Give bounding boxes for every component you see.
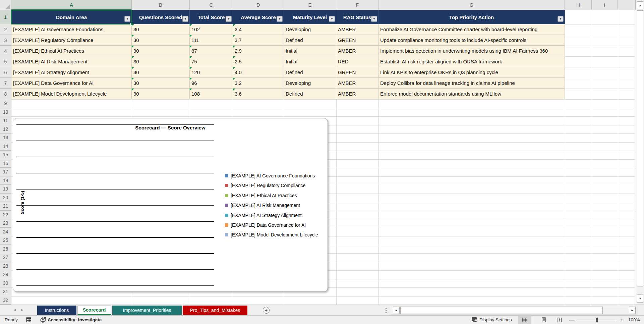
vertical-scrollbar-thumb[interactable] [637, 10, 643, 286]
scroll-down-icon[interactable]: ▼ [637, 294, 643, 303]
fill-handle[interactable] [130, 23, 133, 25]
cell-D7[interactable]: 3.2 [233, 78, 284, 89]
cell-G6[interactable]: Link AI KPIs to enterprise OKRs in Q3 pl… [378, 67, 565, 78]
accessibility-icon[interactable] [40, 317, 46, 324]
column-header-F[interactable]: F [336, 0, 378, 10]
select-all-button[interactable] [0, 0, 11, 10]
cell-C5[interactable]: 75 [190, 56, 233, 67]
column-header-I[interactable]: I [592, 0, 618, 10]
column-header-G[interactable]: G [378, 0, 565, 10]
macro-record-icon[interactable] [26, 317, 31, 323]
cell-A4[interactable]: [EXAMPLE] Ethical AI Practices [11, 46, 132, 56]
cell-F6[interactable]: GREEN [336, 67, 378, 78]
column-header-partial[interactable] [618, 0, 636, 10]
filter-dropdown-icon[interactable]: ▼ [558, 16, 564, 22]
vertical-scrollbar[interactable]: ▲ ▼ [636, 0, 644, 305]
row-header-18[interactable]: 18 [0, 176, 11, 185]
cell-D2[interactable]: 3.4 [233, 24, 284, 35]
column-header-H[interactable]: H [565, 0, 592, 10]
scroll-up-icon[interactable]: ▲ [637, 1, 643, 9]
legend-item[interactable]: [EXAMPLE] Regulatory Compliance [225, 182, 318, 189]
cell-D4[interactable]: 2.9 [233, 46, 284, 56]
cell-F8[interactable]: AMBER [336, 89, 378, 99]
cell-G3[interactable]: Update compliance monitoring tools to in… [378, 35, 565, 46]
row-header-21[interactable]: 21 [0, 202, 11, 211]
row-header-3[interactable]: 3 [0, 35, 11, 46]
row-header-13[interactable]: 13 [0, 133, 11, 142]
row-header-28[interactable]: 28 [0, 262, 11, 271]
filter-dropdown-icon[interactable]: ▼ [277, 16, 283, 22]
scrollbar-resize-handle[interactable] [386, 308, 387, 313]
row-header-1[interactable]: 1 [0, 10, 11, 24]
accessibility-status[interactable]: Accessibility: Investigate [48, 316, 102, 324]
cell-G7[interactable]: Deploy Collibra for data lineage trackin… [378, 78, 565, 89]
cell-F4[interactable]: AMBER [336, 46, 378, 56]
cell-G8[interactable]: Enforce model documentation standards us… [378, 89, 565, 99]
column-header-D[interactable]: D [233, 0, 284, 10]
column-header-C[interactable]: C [190, 0, 233, 10]
cell-B3[interactable]: 30 [132, 35, 190, 46]
cell-A2[interactable]: [EXAMPLE] AI Governance Foundations [11, 24, 132, 35]
zoom-out-button[interactable]: — [569, 316, 575, 324]
row-header-24[interactable]: 24 [0, 228, 11, 236]
sheet-nav-left-icon[interactable]: ◄ [12, 308, 17, 312]
row-header-8[interactable]: 8 [0, 89, 11, 99]
filter-dropdown-icon[interactable]: ▼ [124, 16, 130, 22]
row-header-16[interactable]: 16 [0, 159, 11, 168]
row-header-7[interactable]: 7 [0, 78, 11, 89]
row-header-20[interactable]: 20 [0, 194, 11, 202]
row-header-19[interactable]: 19 [0, 185, 11, 194]
cell-D6[interactable]: 4.0 [233, 67, 284, 78]
column-header-B[interactable]: B [132, 0, 190, 10]
table-header-1[interactable]: Questions Scored▼ [132, 10, 190, 24]
row-header-27[interactable]: 27 [0, 253, 11, 262]
scroll-right-icon[interactable]: ► [629, 307, 636, 314]
cell-B2[interactable]: 30 [132, 24, 190, 35]
row-header-22[interactable]: 22 [0, 211, 11, 219]
zoom-slider-thumb[interactable] [596, 318, 598, 322]
zoom-level[interactable]: 100% [628, 316, 640, 324]
row-header-14[interactable]: 14 [0, 142, 11, 151]
table-header-5[interactable]: RAG Status▼ [336, 10, 378, 24]
legend-item[interactable]: [EXAMPLE] Data Governance for AI [225, 222, 318, 228]
cell-A6[interactable]: [EXAMPLE] AI Strategy Alignment [11, 67, 132, 78]
cell-F2[interactable]: AMBER [336, 24, 378, 35]
filter-dropdown-icon[interactable]: ▼ [371, 16, 377, 22]
view-page-layout-button[interactable] [537, 316, 550, 324]
cell-E7[interactable]: Developing [284, 78, 336, 89]
filter-dropdown-icon[interactable]: ▼ [182, 16, 188, 22]
row-header-9[interactable]: 9 [0, 99, 11, 108]
row-header-29[interactable]: 29 [0, 270, 11, 279]
cell-A5[interactable]: [EXAMPLE] AI Risk Management [11, 56, 132, 67]
column-header-A[interactable]: A [11, 0, 132, 10]
view-normal-button[interactable] [518, 316, 531, 324]
cell-E5[interactable]: Initial [284, 56, 336, 67]
row-header-4[interactable]: 4 [0, 46, 11, 56]
table-header-6[interactable]: Top Priority Action▼ [378, 10, 565, 24]
sheet-tab-instructions[interactable]: Instructions [37, 306, 76, 315]
filter-dropdown-icon[interactable]: ▼ [226, 16, 232, 22]
row-header-26[interactable]: 26 [0, 245, 11, 254]
filter-dropdown-icon[interactable]: ▼ [329, 16, 335, 22]
row-header-11[interactable]: 11 [0, 116, 11, 125]
display-settings-button[interactable]: Display Settings [479, 316, 512, 324]
cell-F3[interactable]: GREEN [336, 35, 378, 46]
row-header-2[interactable]: 2 [0, 24, 11, 35]
table-header-0[interactable]: Domain Area▼ [11, 10, 132, 24]
cell-B6[interactable]: 30 [132, 67, 190, 78]
row-header-23[interactable]: 23 [0, 219, 11, 228]
cell-C7[interactable]: 96 [190, 78, 233, 89]
cell-E6[interactable]: Defined [284, 67, 336, 78]
legend-item[interactable]: [EXAMPLE] AI Strategy Alignment [225, 212, 318, 219]
scorecard-chart[interactable]: Scorecard — Score Overview Score (1-5) [… [13, 118, 328, 292]
row-header-25[interactable]: 25 [0, 236, 11, 245]
cell-E3[interactable]: Defined [284, 35, 336, 46]
legend-item[interactable]: [EXAMPLE] Ethical AI Practices [225, 192, 318, 199]
cell-D8[interactable]: 3.6 [233, 89, 284, 99]
table-header-3[interactable]: Average Score▼ [233, 10, 284, 24]
legend-item[interactable]: [EXAMPLE] AI Governance Foundations [225, 172, 318, 179]
cell-C4[interactable]: 87 [190, 46, 233, 56]
row-header-31[interactable]: 31 [0, 287, 11, 296]
row-header-6[interactable]: 6 [0, 67, 11, 78]
sheet-tab-scorecard[interactable]: Scorecard [77, 306, 111, 315]
